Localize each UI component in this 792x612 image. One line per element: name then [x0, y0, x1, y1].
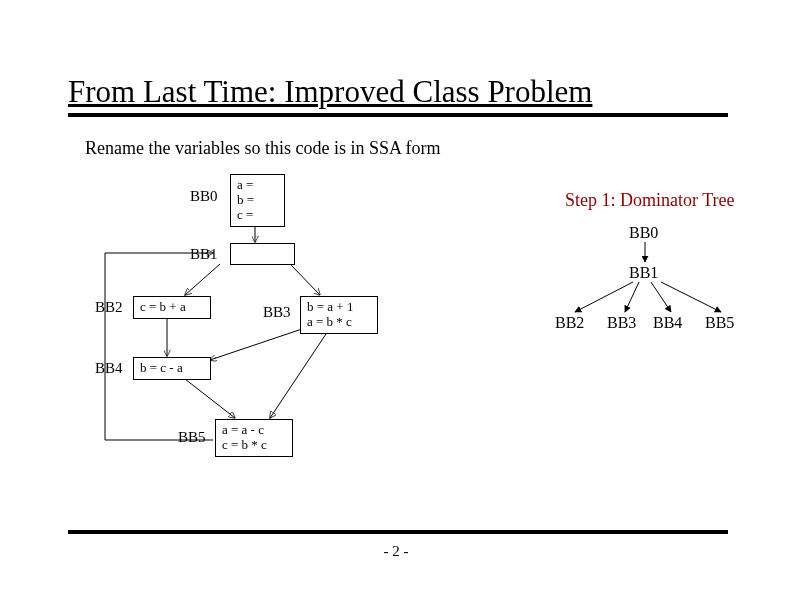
dominator-tree: BB0 BB1 BB2 BB3 BB4 BB5 — [545, 220, 765, 360]
svg-line-4 — [210, 328, 305, 360]
node-label-bb0: BB0 — [190, 188, 218, 205]
bb5-stmt-2: c = b * c — [222, 438, 286, 453]
bb0-stmt-3: c = — [237, 208, 278, 223]
dtree-node-bb4: BB4 — [653, 314, 682, 332]
bb3-stmt-2: a = b * c — [307, 315, 371, 330]
instruction-text: Rename the variables so this code is in … — [85, 138, 440, 159]
bb4-stmt: b = c - a — [140, 361, 204, 376]
bb3-stmt-1: b = a + 1 — [307, 300, 371, 315]
node-label-bb1: BB1 — [190, 246, 218, 263]
svg-line-10 — [651, 282, 671, 312]
divider-top — [68, 113, 728, 117]
bb0-stmt-2: b = — [237, 193, 278, 208]
node-label-bb3: BB3 — [263, 304, 291, 321]
svg-line-9 — [625, 282, 639, 312]
dtree-node-bb3: BB3 — [607, 314, 636, 332]
node-label-bb2: BB2 — [95, 299, 123, 316]
svg-line-2 — [290, 264, 320, 295]
step-title: Step 1: Dominator Tree — [565, 190, 735, 211]
svg-line-1 — [185, 264, 220, 295]
bb2-stmt: c = b + a — [140, 300, 204, 315]
svg-line-6 — [270, 328, 330, 418]
divider-bottom — [68, 530, 728, 534]
bb0-stmt-1: a = — [237, 178, 278, 193]
svg-line-5 — [185, 379, 235, 418]
page-title: From Last Time: Improved Class Problem — [68, 74, 592, 110]
svg-line-11 — [661, 282, 721, 312]
dtree-node-bb0: BB0 — [629, 224, 658, 242]
node-label-bb5: BB5 — [178, 429, 206, 446]
svg-line-8 — [575, 282, 633, 312]
dtree-node-bb1: BB1 — [629, 264, 658, 282]
control-flow-graph: BB0 a = b = c = BB1 BB2 c = b + a BB3 b … — [95, 170, 425, 500]
dtree-node-bb5: BB5 — [705, 314, 734, 332]
dtree-node-bb2: BB2 — [555, 314, 584, 332]
bb5-stmt-1: a = a - c — [222, 423, 286, 438]
node-label-bb4: BB4 — [95, 360, 123, 377]
page-number: - 2 - — [0, 543, 792, 560]
